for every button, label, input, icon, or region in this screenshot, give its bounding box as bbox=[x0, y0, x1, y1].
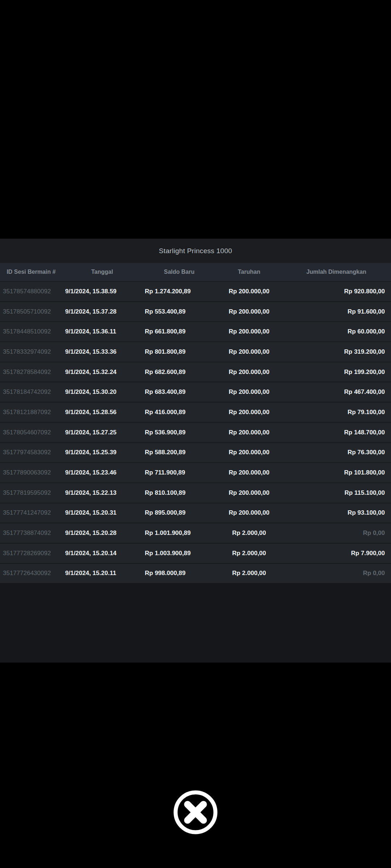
cell-date: 9/1/2024, 15.30.20 bbox=[62, 388, 142, 396]
cell-date: 9/1/2024, 15.20.31 bbox=[62, 509, 142, 516]
game-title: Starlight Princess 1000 bbox=[159, 247, 232, 255]
table-row: 351785057100929/1/2024, 15.37.28Rp 553.4… bbox=[0, 301, 391, 322]
cell-amount-won: Rp 115.100,00 bbox=[282, 489, 391, 497]
close-button[interactable] bbox=[172, 789, 219, 836]
cell-date: 9/1/2024, 15.23.46 bbox=[62, 469, 142, 476]
table-row: 351777282690929/1/2024, 15.20.14Rp 1.003… bbox=[0, 543, 391, 563]
cell-session-id: 35178278584092 bbox=[0, 369, 62, 376]
cell-session-id: 35177974583092 bbox=[0, 449, 62, 456]
cell-bet: Rp 200.000,00 bbox=[216, 489, 282, 497]
cell-date: 9/1/2024, 15.32.24 bbox=[62, 369, 142, 376]
table-row: 351777264300929/1/2024, 15.20.11Rp 998.0… bbox=[0, 563, 391, 583]
cell-new-balance: Rp 801.800,89 bbox=[142, 348, 216, 356]
cell-bet: Rp 200.000,00 bbox=[216, 328, 282, 335]
cell-bet: Rp 2.000,00 bbox=[216, 550, 282, 557]
column-header-amount-won: Jumlah Dimenangkan bbox=[282, 269, 391, 275]
table-row: 351777412470929/1/2024, 15.20.31Rp 895.0… bbox=[0, 503, 391, 523]
table-row: 351779745830929/1/2024, 15.25.39Rp 588.2… bbox=[0, 442, 391, 463]
cell-date: 9/1/2024, 15.25.39 bbox=[62, 449, 142, 456]
x-circle-icon bbox=[172, 789, 219, 836]
cell-new-balance: Rp 998.000,89 bbox=[142, 570, 216, 577]
cell-session-id: 35177738874092 bbox=[0, 529, 62, 537]
cell-bet: Rp 200.000,00 bbox=[216, 348, 282, 356]
history-table-body: 351785748800929/1/2024, 15.38.59Rp 1.274… bbox=[0, 281, 391, 583]
game-history-modal: Starlight Princess 1000 ID Sesi Bermain … bbox=[0, 239, 391, 663]
cell-bet: Rp 200.000,00 bbox=[216, 429, 282, 436]
cell-session-id: 35177741247092 bbox=[0, 509, 62, 516]
cell-date: 9/1/2024, 15.20.28 bbox=[62, 529, 142, 537]
cell-session-id: 35177890063092 bbox=[0, 469, 62, 476]
cell-bet: Rp 200.000,00 bbox=[216, 469, 282, 476]
cell-session-id: 35178332974092 bbox=[0, 348, 62, 356]
cell-new-balance: Rp 683.400,89 bbox=[142, 388, 216, 396]
cell-new-balance: Rp 711.900,89 bbox=[142, 469, 216, 476]
table-row: 351783329740929/1/2024, 15.33.36Rp 801.8… bbox=[0, 341, 391, 362]
cell-amount-won: Rp 91.600,00 bbox=[282, 308, 391, 315]
cell-date: 9/1/2024, 15.36.11 bbox=[62, 328, 142, 335]
cell-session-id: 35178184742092 bbox=[0, 388, 62, 396]
cell-bet: Rp 200.000,00 bbox=[216, 308, 282, 315]
cell-new-balance: Rp 1.001.900,89 bbox=[142, 529, 216, 537]
cell-session-id: 35177726430092 bbox=[0, 570, 62, 577]
cell-session-id: 35177728269092 bbox=[0, 550, 62, 557]
cell-bet: Rp 200.000,00 bbox=[216, 409, 282, 416]
cell-date: 9/1/2024, 15.27.25 bbox=[62, 429, 142, 436]
table-row: 351785748800929/1/2024, 15.38.59Rp 1.274… bbox=[0, 281, 391, 301]
table-row: 351782785840929/1/2024, 15.32.24Rp 682.6… bbox=[0, 362, 391, 382]
cell-amount-won: Rp 0,00 bbox=[282, 570, 391, 577]
cell-bet: Rp 200.000,00 bbox=[216, 388, 282, 396]
cell-session-id: 35178054607092 bbox=[0, 429, 62, 436]
cell-date: 9/1/2024, 15.22.13 bbox=[62, 489, 142, 497]
cell-amount-won: Rp 101.800,00 bbox=[282, 469, 391, 476]
table-row: 351781847420929/1/2024, 15.30.20Rp 683.4… bbox=[0, 382, 391, 402]
cell-new-balance: Rp 810.100,89 bbox=[142, 489, 216, 497]
cell-new-balance: Rp 553.400,89 bbox=[142, 308, 216, 315]
cell-date: 9/1/2024, 15.33.36 bbox=[62, 348, 142, 356]
cell-new-balance: Rp 588.200,89 bbox=[142, 449, 216, 456]
cell-bet: Rp 200.000,00 bbox=[216, 449, 282, 456]
cell-session-id: 35178121887092 bbox=[0, 409, 62, 416]
cell-new-balance: Rp 661.800,89 bbox=[142, 328, 216, 335]
cell-date: 9/1/2024, 15.38.59 bbox=[62, 288, 142, 295]
cell-session-id: 35178448510092 bbox=[0, 328, 62, 335]
modal-title-bar: Starlight Princess 1000 bbox=[0, 239, 391, 263]
table-row: 351781218870929/1/2024, 15.28.56Rp 416.0… bbox=[0, 402, 391, 422]
cell-bet: Rp 2.000,00 bbox=[216, 529, 282, 537]
table-row: 351784485100929/1/2024, 15.36.11Rp 661.8… bbox=[0, 321, 391, 341]
modal-footer-area bbox=[0, 583, 391, 663]
cell-amount-won: Rp 93.100,00 bbox=[282, 509, 391, 516]
cell-date: 9/1/2024, 15.28.56 bbox=[62, 409, 142, 416]
cell-new-balance: Rp 416.000,89 bbox=[142, 409, 216, 416]
cell-session-id: 35177819595092 bbox=[0, 489, 62, 497]
table-header-row: ID Sesi Bermain # Tanggal Saldo Baru Tar… bbox=[0, 263, 391, 281]
column-header-session-id: ID Sesi Bermain # bbox=[0, 269, 62, 275]
cell-amount-won: Rp 319.200,00 bbox=[282, 348, 391, 356]
cell-date: 9/1/2024, 15.37.28 bbox=[62, 308, 142, 315]
cell-amount-won: Rp 60.000,00 bbox=[282, 328, 391, 335]
table-row: 351777388740929/1/2024, 15.20.28Rp 1.001… bbox=[0, 523, 391, 543]
cell-session-id: 35178505710092 bbox=[0, 308, 62, 315]
cell-bet: Rp 200.000,00 bbox=[216, 288, 282, 295]
cell-new-balance: Rp 1.274.200,89 bbox=[142, 288, 216, 295]
column-header-new-balance: Saldo Baru bbox=[142, 269, 216, 275]
cell-bet: Rp 200.000,00 bbox=[216, 369, 282, 376]
cell-amount-won: Rp 467.400,00 bbox=[282, 388, 391, 396]
cell-bet: Rp 2.000,00 bbox=[216, 570, 282, 577]
cell-amount-won: Rp 76.300,00 bbox=[282, 449, 391, 456]
cell-new-balance: Rp 1.003.900,89 bbox=[142, 550, 216, 557]
cell-amount-won: Rp 0,00 bbox=[282, 529, 391, 537]
column-header-date: Tanggal bbox=[62, 269, 142, 275]
cell-date: 9/1/2024, 15.20.14 bbox=[62, 550, 142, 557]
cell-amount-won: Rp 79.100,00 bbox=[282, 409, 391, 416]
cell-date: 9/1/2024, 15.20.11 bbox=[62, 570, 142, 577]
cell-amount-won: Rp 199.200,00 bbox=[282, 369, 391, 376]
table-row: 351778900630929/1/2024, 15.23.46Rp 711.9… bbox=[0, 462, 391, 482]
cell-amount-won: Rp 148.700,00 bbox=[282, 429, 391, 436]
cell-amount-won: Rp 7.900,00 bbox=[282, 550, 391, 557]
table-row: 351780546070929/1/2024, 15.27.25Rp 536.9… bbox=[0, 422, 391, 442]
phone-screen: Starlight Princess 1000 ID Sesi Bermain … bbox=[0, 0, 391, 868]
column-header-bet: Taruhan bbox=[216, 269, 282, 275]
cell-session-id: 35178574880092 bbox=[0, 288, 62, 295]
cell-new-balance: Rp 682.600,89 bbox=[142, 369, 216, 376]
cell-new-balance: Rp 536.900,89 bbox=[142, 429, 216, 436]
